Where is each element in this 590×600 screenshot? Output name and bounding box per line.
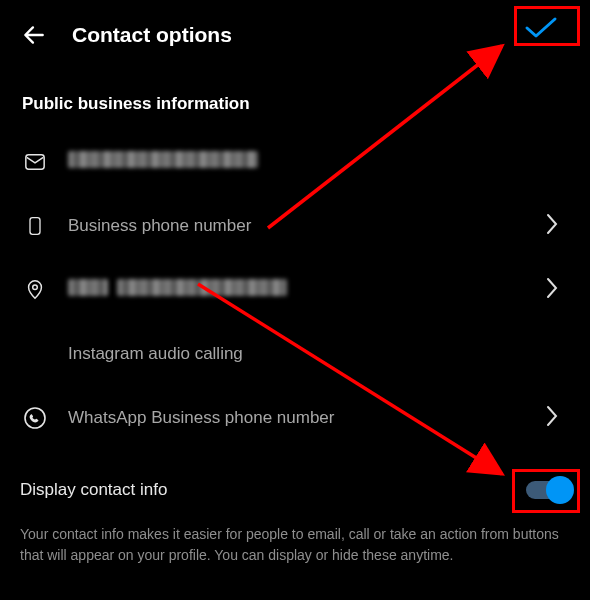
svg-point-3 [25, 408, 45, 428]
display-contact-info-row: Display contact info [20, 480, 570, 500]
display-contact-info-label: Display contact info [20, 480, 526, 500]
page-title: Contact options [72, 23, 232, 47]
email-value [68, 151, 546, 173]
display-contact-info-toggle[interactable] [526, 481, 570, 499]
toggle-knob [546, 476, 574, 504]
row-email[interactable] [20, 130, 570, 194]
svg-point-2 [33, 285, 38, 290]
row-instagram-audio[interactable]: Instagram audio calling [20, 322, 570, 386]
confirm-button[interactable] [512, 12, 570, 44]
address-value [68, 279, 546, 301]
location-pin-icon [24, 277, 46, 303]
svg-rect-0 [26, 155, 44, 170]
section-title: Public business information [22, 94, 570, 114]
description-text: Your contact info makes it easier for pe… [20, 524, 570, 566]
instagram-audio-label: Instagram audio calling [68, 344, 546, 364]
checkmark-icon [524, 16, 558, 40]
row-business-phone[interactable]: Business phone number [20, 194, 570, 258]
arrow-left-icon [21, 22, 47, 48]
mail-icon [22, 151, 48, 173]
back-button[interactable] [20, 21, 48, 49]
row-whatsapp-phone[interactable]: WhatsApp Business phone number [20, 386, 570, 450]
chevron-right-icon [546, 277, 558, 299]
whatsapp-phone-label: WhatsApp Business phone number [68, 408, 546, 428]
business-phone-label: Business phone number [68, 216, 546, 236]
whatsapp-icon [23, 406, 47, 430]
chevron-right-icon [546, 405, 558, 427]
svg-rect-1 [30, 218, 40, 235]
header: Contact options [20, 12, 570, 58]
phone-device-icon [25, 213, 45, 239]
chevron-right-icon [546, 213, 558, 235]
row-address[interactable] [20, 258, 570, 322]
